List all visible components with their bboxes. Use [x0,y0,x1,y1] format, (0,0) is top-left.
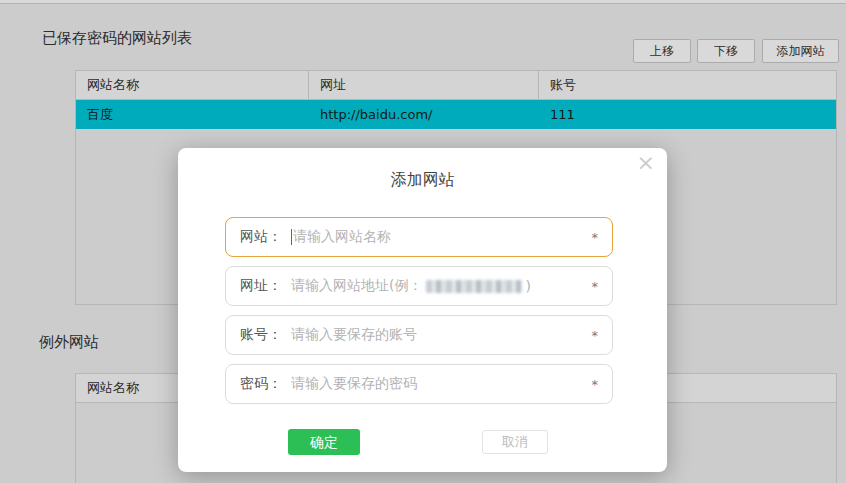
site-url-placeholder-suffix: ) [525,278,530,294]
required-mark: * [586,279,599,294]
site-url-label: 网址： [240,277,282,295]
confirm-button[interactable]: 确定 [288,429,360,455]
site-name-label: 网站： [240,228,282,246]
account-field[interactable]: 账号： 请输入要保存的账号 * [225,315,613,355]
password-field[interactable]: 密码： 请输入要保存的密码 * [225,364,613,404]
site-url-field[interactable]: 网址： 请输入网站地址(例： ) * [225,266,613,306]
site-name-field[interactable]: 网站： 请输入网站名称 * [225,217,613,257]
dialog-title: 添加网站 [178,170,667,191]
account-placeholder: 请输入要保存的账号 [291,326,417,344]
cancel-button[interactable]: 取消 [482,430,548,454]
required-mark: * [586,230,599,245]
required-mark: * [586,328,599,343]
site-url-placeholder-prefix: 请输入网站地址(例： [291,277,422,295]
text-cursor [291,229,292,245]
site-name-placeholder: 请输入网站名称 [293,228,391,246]
password-settings-page: 已保存密码的网站列表 上移 下移 添加网站 网站名称 网址 账号 百度 http… [0,0,846,483]
required-mark: * [586,377,599,392]
password-label: 密码： [240,375,282,393]
blurred-example-url [426,280,522,293]
add-site-dialog: × 添加网站 网站： 请输入网站名称 * 网址： 请输入网站地址(例： ) * … [178,148,667,472]
account-label: 账号： [240,326,282,344]
password-placeholder: 请输入要保存的密码 [291,375,417,393]
